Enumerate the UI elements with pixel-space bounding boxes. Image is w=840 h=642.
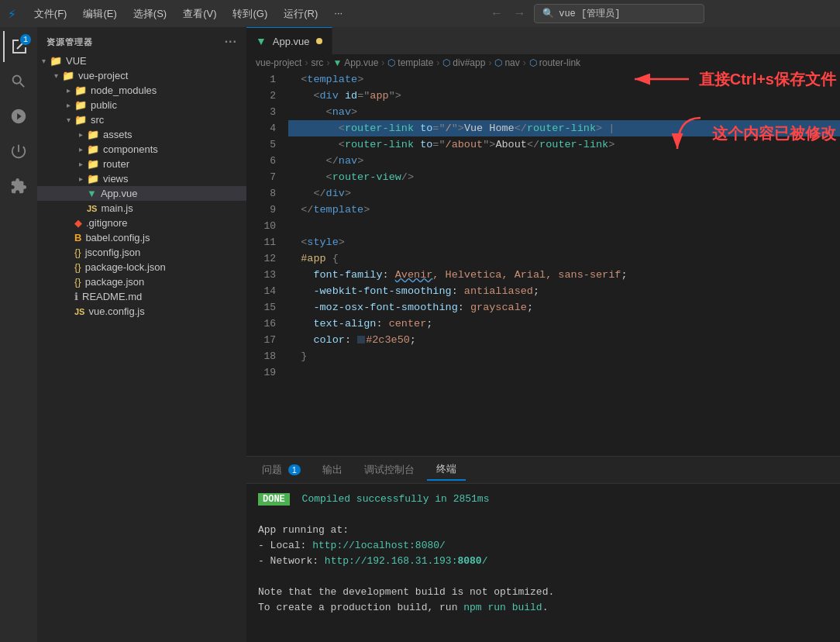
activity-git[interactable] xyxy=(3,101,34,132)
line-num-11: 11 xyxy=(253,234,276,250)
main-layout: 1 资源管理器 ··· ▾📁VUE▾📁vue-pr xyxy=(0,27,840,642)
problems-badge: 1 xyxy=(288,464,301,475)
folder-arrow: ▸ xyxy=(74,160,87,168)
panel-tab-output[interactable]: 输出 xyxy=(313,460,352,480)
tree-label: package.json xyxy=(85,276,145,288)
menu-select[interactable]: 选择(S) xyxy=(127,4,173,24)
folder-arrow: ▸ xyxy=(74,145,87,154)
git-file-icon: ◆ xyxy=(74,217,82,229)
code-line-16: text-align: center; xyxy=(288,316,840,332)
code-line-12: #app { xyxy=(288,250,840,267)
tab-label: App.vue xyxy=(273,36,310,47)
breadcrumb-vue-icon: ▼ xyxy=(332,57,342,68)
tree-label: views xyxy=(103,173,129,185)
panel-tab-debug[interactable]: 调试控制台 xyxy=(355,460,424,480)
code-line-7: <router-view/> xyxy=(288,169,840,185)
menu-bar[interactable]: 文件(F) 编辑(E) 选择(S) 查看(V) 转到(G) 运行(R) ··· xyxy=(28,4,349,24)
sidebar-menu-button[interactable]: ··· xyxy=(225,35,237,49)
search-box[interactable]: 🔍 vue [管理员] xyxy=(534,4,704,23)
breadcrumb-nav-icon: ⬡ xyxy=(494,57,502,68)
tree-item-main-js[interactable]: JSmain.js xyxy=(37,201,246,216)
terminal-label: 终端 xyxy=(436,463,456,475)
activity-bar: 1 xyxy=(0,27,37,642)
tree-item-views[interactable]: ▸📁views xyxy=(37,171,246,186)
line-num-6: 6 xyxy=(253,153,276,169)
tree-item-readme[interactable]: ℹREADME.md xyxy=(37,289,246,304)
tree-item-app-vue[interactable]: ▼App.vue xyxy=(37,186,246,201)
term-npm-command: npm run build xyxy=(463,602,542,613)
terminal-line-6: Note that the development build is not o… xyxy=(258,585,828,600)
line-num-17: 17 xyxy=(253,332,276,348)
folder-icon: 📁 xyxy=(74,85,87,96)
tree-item-assets[interactable]: ▸📁assets xyxy=(37,127,246,142)
term-note: Note that the development build is not o… xyxy=(258,586,554,598)
compile-success: Compiled successfully in 2851ms xyxy=(296,493,490,505)
terminal-line-2: App running at: xyxy=(258,523,828,538)
tree-item-gitignore[interactable]: ◆.gitignore xyxy=(37,216,246,230)
back-button[interactable]: ← xyxy=(488,5,505,22)
folder-arrow: ▸ xyxy=(62,86,74,95)
menu-run[interactable]: 运行(R) xyxy=(277,4,324,24)
line-num-16: 16 xyxy=(253,316,276,332)
tree-item-jsconfig[interactable]: {}jsconfig.json xyxy=(37,245,246,260)
tree-item-package-json[interactable]: {}package.json xyxy=(37,274,246,289)
tree-item-package-lock[interactable]: {}package-lock.json xyxy=(37,260,246,274)
terminal-content: DONE Compiled successfully in 2851ms App… xyxy=(246,484,840,642)
folder-icon: 📁 xyxy=(87,129,99,140)
tree-item-babel-config[interactable]: Bbabel.config.js xyxy=(37,230,246,245)
tree-item-vue-config[interactable]: JSvue.config.js xyxy=(37,304,246,319)
menu-goto[interactable]: 转到(G) xyxy=(226,4,274,24)
tree-item-vue-root[interactable]: ▾📁VUE xyxy=(37,54,246,68)
tab-bar: ▼ App.vue xyxy=(246,27,840,54)
menu-file[interactable]: 文件(F) xyxy=(28,4,74,24)
activity-explorer[interactable]: 1 xyxy=(3,31,34,62)
code-line-15: -moz-osx-font-smoothing: grayscale; xyxy=(288,299,840,316)
breadcrumb-routerlink-icon: ⬡ xyxy=(529,57,537,68)
code-line-8: </div> xyxy=(288,185,840,202)
menu-view[interactable]: 查看(V) xyxy=(177,4,222,24)
term-network-label: - Network: xyxy=(258,555,325,567)
line-num-14: 14 xyxy=(253,283,276,299)
titlebar: ⚡ 文件(F) 编辑(E) 选择(S) 查看(V) 转到(G) 运行(R) ··… xyxy=(0,0,840,27)
line-num-4: 4 xyxy=(253,120,276,136)
js-file-icon: JS xyxy=(87,204,97,213)
output-label: 输出 xyxy=(322,464,343,475)
forward-button[interactable]: → xyxy=(511,5,528,22)
tree-label: components xyxy=(103,143,158,155)
code-line-17: color: #2c3e50; xyxy=(288,332,840,348)
tree-item-src[interactable]: ▾📁src xyxy=(37,112,246,127)
tree-item-router[interactable]: ▸📁router xyxy=(37,157,246,171)
line-num-12: 12 xyxy=(253,250,276,267)
modified-indicator xyxy=(316,38,322,44)
panel-tab-problems[interactable]: 问题 1 xyxy=(253,460,310,480)
vue-icon: ▼ xyxy=(256,35,267,47)
code-line-3: <nav> xyxy=(288,104,840,120)
activity-extensions[interactable] xyxy=(3,171,34,202)
tab-app-vue[interactable]: ▼ App.vue xyxy=(246,27,332,54)
term-network-url[interactable]: http://192.168.31.193:8080/ xyxy=(325,555,488,567)
term-build-hint: To create a production build, run xyxy=(258,602,463,613)
tree-item-components[interactable]: ▸📁components xyxy=(37,142,246,157)
code-editor[interactable]: 12345678910111213141516171819 <template>… xyxy=(246,71,840,381)
breadcrumb-template-icon: ⬡ xyxy=(387,57,395,68)
code-lines: <template> <div id="app"> <nav> <router-… xyxy=(285,71,840,381)
tree-item-node_modules[interactable]: ▸📁node_modules xyxy=(37,83,246,98)
menu-edit[interactable]: 编辑(E) xyxy=(77,4,122,24)
done-badge: DONE xyxy=(258,493,290,506)
term-local-url[interactable]: http://localhost:8080/ xyxy=(312,540,446,551)
activity-debug[interactable] xyxy=(3,136,34,167)
terminal-line-1 xyxy=(258,507,828,523)
breadcrumb-src-label: src xyxy=(311,57,323,68)
term-local-label: - Local: xyxy=(258,540,312,551)
tree-label: router xyxy=(103,158,129,170)
folder-icon: 📁 xyxy=(74,99,87,111)
line-num-3: 3 xyxy=(253,104,276,120)
breadcrumb-template-label: template xyxy=(398,57,433,68)
tree-item-vue-project[interactable]: ▾📁vue-project xyxy=(37,68,246,83)
activity-search[interactable] xyxy=(3,66,34,97)
tree-item-public[interactable]: ▸📁public xyxy=(37,98,246,112)
folder-icon: 📁 xyxy=(62,70,74,81)
panel-tab-terminal[interactable]: 终端 xyxy=(427,459,466,481)
code-line-14: -webkit-font-smoothing: antialiased; xyxy=(288,283,840,299)
menu-more[interactable]: ··· xyxy=(328,4,349,24)
